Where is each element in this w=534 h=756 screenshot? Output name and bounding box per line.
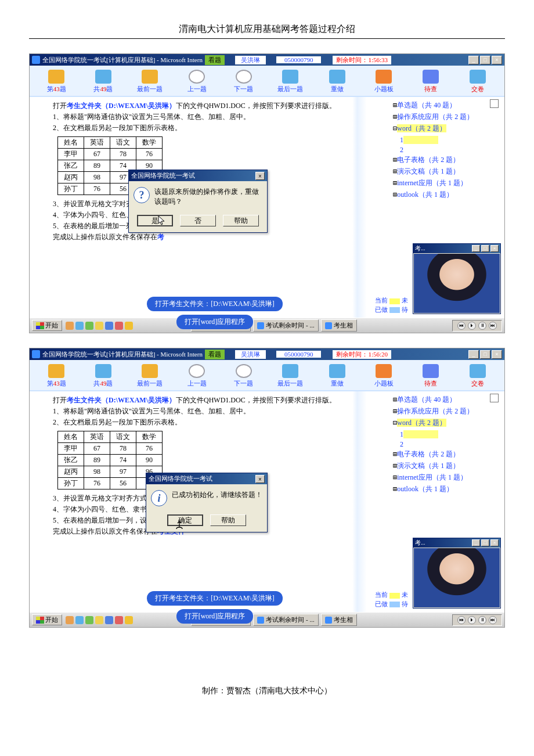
- info-icon: i: [151, 490, 167, 506]
- nav-review[interactable]: 待查: [409, 362, 453, 389]
- help-button[interactable]: 帮助: [223, 215, 259, 226]
- checkbox[interactable]: [490, 394, 499, 402]
- media-controls[interactable]: ⏮⏵⏸⏭: [452, 614, 502, 626]
- ok-button[interactable]: 确定: [167, 514, 203, 526]
- nav-current[interactable]: 第43题: [34, 362, 79, 389]
- nav-last[interactable]: 最后一题: [268, 68, 313, 95]
- open-folder-button[interactable]: 打开考生文件夹：[D:\WEXAM\吴洪琳]: [147, 297, 282, 311]
- nav-last[interactable]: 最后一题: [268, 362, 313, 389]
- nav-first[interactable]: 最前一题: [128, 68, 172, 95]
- timer: 剩余时间：1:56:33: [333, 56, 391, 64]
- photo-close[interactable]: ×: [490, 245, 499, 252]
- window-title: 全国网络学院统一考试[计算机应用基础] - Microsoft Intern: [42, 56, 203, 64]
- open-folder-button[interactable]: 打开考生文件夹：[D:\WEXAM\吴洪琳]: [147, 591, 282, 606]
- nav-next[interactable]: 下一题: [221, 68, 266, 95]
- screenshot-1: 全国网络学院统一考试[计算机应用基础] - Microsoft Intern 看…: [29, 53, 505, 333]
- info-dialog: 全国网络学院统一考试× i已成功初始化，请继续答题！ 确定 帮助: [146, 473, 268, 532]
- question-pane: 打开考生文件夹（D:\WEXAM\吴洪琳）下的文件QHWD1.DOC，并按照下列…: [30, 97, 388, 318]
- photo-max[interactable]: □: [481, 539, 489, 546]
- folder-link[interactable]: 考生文件夹（D:\WEXAM\吴洪琳）: [67, 396, 176, 404]
- window-title: 全国网络学院统一考试[计算机应用基础] - Microsoft Intern: [42, 350, 203, 359]
- nav-submit[interactable]: 交卷: [455, 362, 500, 389]
- nav-toolbar: 第43题 共49题 最前一题 上一题 下一题 最后一题 重做 小题板 待查 交卷: [30, 360, 504, 391]
- confirm-dialog: 全国网络学院统一考试× ?该题原来所做的操作将作废，重做该题吗？ 是 否 帮助: [128, 170, 268, 233]
- user-name: 吴洪琳: [235, 56, 266, 64]
- windows-flag-icon: [36, 617, 44, 624]
- legend: 当前 未 已做 待: [375, 296, 408, 314]
- nav-current[interactable]: 第43题: [34, 68, 79, 95]
- nav-redo[interactable]: 重做: [315, 362, 360, 389]
- candidate-photo: [414, 548, 500, 607]
- nav-total[interactable]: 共49题: [81, 362, 126, 389]
- nav-prev[interactable]: 上一题: [175, 362, 219, 389]
- close-button[interactable]: ×: [492, 350, 502, 359]
- nav-redo[interactable]: 重做: [315, 68, 360, 95]
- nav-review[interactable]: 待查: [409, 68, 453, 95]
- help-button[interactable]: 帮助: [210, 514, 246, 526]
- photo-min[interactable]: _: [472, 539, 480, 546]
- photo-window[interactable]: 考... _□×: [413, 538, 501, 609]
- close-button[interactable]: ×: [492, 56, 502, 64]
- photo-min[interactable]: _: [472, 245, 480, 252]
- folder-link[interactable]: 考生文件夹（D:\WEXAM\吴洪琳）: [67, 102, 176, 110]
- user-id: 050000790: [276, 351, 322, 358]
- timer: 剩余时间：1:56:20: [333, 350, 391, 359]
- ie-titlebar: 全国网络学院统一考试[计算机应用基础] - Microsoft Intern 看…: [30, 348, 504, 360]
- nav-panel[interactable]: 小题板: [362, 68, 406, 95]
- dialog-close[interactable]: ×: [255, 475, 265, 483]
- question-icon: ?: [134, 187, 150, 203]
- nav-prev[interactable]: 上一题: [175, 68, 219, 95]
- document-title: 渭南电大计算机应用基础网考答题过程介绍: [29, 23, 505, 39]
- nav-submit[interactable]: 交卷: [455, 68, 500, 95]
- candidate-photo: [414, 254, 500, 313]
- photo-max[interactable]: □: [481, 245, 489, 252]
- open-word-button[interactable]: 打开[word]应用程序: [176, 609, 254, 624]
- nav-panel[interactable]: 小题板: [362, 362, 406, 389]
- user-id: 050000790: [276, 56, 322, 63]
- minimize-button[interactable]: _: [468, 350, 479, 359]
- maximize-button[interactable]: □: [480, 56, 490, 64]
- ie-titlebar: 全国网络学院统一考试[计算机应用基础] - Microsoft Intern 看…: [30, 54, 504, 66]
- photo-window[interactable]: 考... _□×: [413, 243, 501, 314]
- checkbox[interactable]: [490, 99, 499, 108]
- legend: 当前 未 已做 待: [375, 591, 408, 609]
- windows-flag-icon: [36, 322, 44, 329]
- nav-next[interactable]: 下一题: [221, 362, 266, 389]
- document-footer: 制作：贾智杰（渭南电大技术中心）: [29, 686, 505, 696]
- minimize-button[interactable]: _: [468, 56, 479, 64]
- yes-button[interactable]: 是: [137, 215, 173, 226]
- ie-icon: [32, 56, 40, 64]
- dialog-close[interactable]: ×: [255, 172, 265, 180]
- question-pane: 打开考生文件夹（D:\WEXAM\吴洪琳）下的文件QHWD1.DOC，并按照下列…: [30, 391, 388, 612]
- mode-badge[interactable]: 看题: [205, 55, 225, 65]
- nav-total[interactable]: 共49题: [81, 68, 126, 95]
- nav-toolbar: 第43题 共49题 最前一题 上一题 下一题 最后一题 重做 小题板 待查 交卷: [30, 66, 504, 97]
- ie-icon: [32, 350, 40, 358]
- user-name: 吴洪琳: [235, 350, 266, 359]
- open-word-button[interactable]: 打开[word]应用程序: [176, 315, 254, 329]
- media-controls[interactable]: ⏮⏵⏸⏭: [452, 320, 502, 332]
- screenshot-2: 全国网络学院统一考试[计算机应用基础] - Microsoft Intern 看…: [29, 348, 505, 628]
- no-button[interactable]: 否: [180, 215, 216, 226]
- mode-badge[interactable]: 看题: [205, 350, 225, 359]
- nav-first[interactable]: 最前一题: [128, 362, 172, 389]
- maximize-button[interactable]: □: [480, 350, 490, 359]
- photo-close[interactable]: ×: [490, 539, 499, 546]
